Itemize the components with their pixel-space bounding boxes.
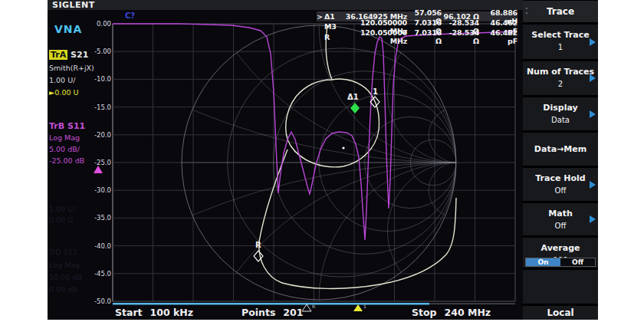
y-axis-label: -45.0 (78, 270, 111, 278)
y-axis-label: 0.00 (78, 20, 111, 28)
local-button[interactable]: Local (523, 306, 598, 320)
menu-button-value: 1 (523, 40, 598, 51)
y-axis-label: -40.0 (78, 242, 111, 250)
axis-marker-1-triangle (353, 304, 363, 311)
marker-name: M3 (324, 22, 341, 31)
marker-freq: 120.050000 MHz (341, 28, 407, 45)
submenu-arrow-icon (590, 110, 596, 118)
marker-r-label: R (255, 241, 261, 249)
trace-a-smith-loop (286, 25, 380, 167)
menu-button-data-mem[interactable]: Data→Mem (523, 133, 598, 166)
menu-button-label: Math (523, 203, 598, 219)
menu-button-value: 2 (523, 77, 598, 88)
axis-marker-r-triangle (302, 304, 311, 311)
y-axis-label: -30.0 (78, 186, 111, 194)
menu-empty-slot (523, 270, 598, 304)
menu-title: Trace (523, 1, 598, 22)
y-axis-label: -50.0 (78, 297, 111, 305)
menu-button-value: Off (523, 219, 598, 230)
marker-delta1-label: Δ1 (347, 93, 359, 101)
y-axis-label: -15.0 (78, 104, 111, 111)
chart: Δ11RR1 (48, 0, 598, 320)
menu-button-display[interactable]: DisplayData (523, 97, 598, 130)
menu-button-label: Num of Traces (523, 61, 598, 77)
menu-button-select-trace[interactable]: Select Trace1 (523, 25, 598, 59)
smith-grid-arc (388, 163, 525, 300)
marker-dot (342, 146, 344, 149)
smith-grid-arc (388, 25, 525, 163)
marker-v2: -28.534 Ω (442, 28, 479, 45)
trace-b-ref-triangle (94, 166, 103, 173)
submenu-arrow-icon (590, 74, 596, 82)
start-frequency: Start100 kHz (115, 307, 193, 318)
sweep-progress-bar (113, 303, 429, 305)
menu-button-value: Off (523, 183, 598, 195)
menu-button-label: Display (523, 97, 598, 113)
marker-1-label: 1 (373, 87, 378, 96)
menu-button-math[interactable]: MathOff (523, 203, 598, 235)
menu-button-value: Data (523, 113, 598, 124)
menu-button-label: Select Trace (523, 25, 598, 40)
average-on-toggle[interactable]: On (526, 258, 560, 266)
average-toggle: On Off (525, 258, 596, 267)
axis-marker-1-label: 1 (363, 304, 366, 309)
y-axis-label: -20.0 (78, 131, 111, 139)
menu-button-label: Trace Hold (523, 168, 598, 183)
y-axis-label: -5.00 (78, 48, 111, 55)
stop-frequency: Stop240 MHz (412, 307, 491, 318)
marker-name: R (324, 33, 341, 41)
sweep-points: Points201 (242, 307, 303, 318)
y-axis-label: -10.0 (78, 75, 111, 83)
vna-screen: SIGLENT VNA TrA S21 Smith(R+jX) 1.00 U/ … (48, 0, 598, 320)
softkey-menu: Trace Select Trace1Num of Traces2Display… (523, 0, 598, 320)
menu-button-label: Data→Mem (523, 133, 598, 166)
average-off-toggle[interactable]: Off (560, 258, 595, 266)
menu-button-num-of-traces[interactable]: Num of Traces2 (523, 61, 598, 95)
marker-readout-row: R120.050000 MHz7.0316 Ω-28.534 Ω46.462 p… (317, 32, 518, 42)
menu-dots-icon (526, 8, 528, 17)
marker-sel: > (317, 12, 324, 21)
y-axis-label: -35.0 (78, 214, 111, 222)
marker-v3: 46.462 pF (479, 28, 518, 45)
marker-v1: 7.0316 Ω (407, 28, 442, 45)
submenu-arrow-icon (590, 215, 596, 223)
screenshot-stage: SIGLENT VNA TrA S21 Smith(R+jX) 1.00 U/ … (0, 0, 644, 322)
y-axis-label: -25.0 (78, 159, 111, 166)
axis-marker-r-label: R (312, 304, 315, 309)
submenu-arrow-icon (590, 181, 596, 189)
submenu-arrow-icon (590, 38, 596, 46)
menu-button-trace-hold[interactable]: Trace HoldOff (523, 168, 598, 201)
marker-name: Δ1 (324, 12, 341, 21)
